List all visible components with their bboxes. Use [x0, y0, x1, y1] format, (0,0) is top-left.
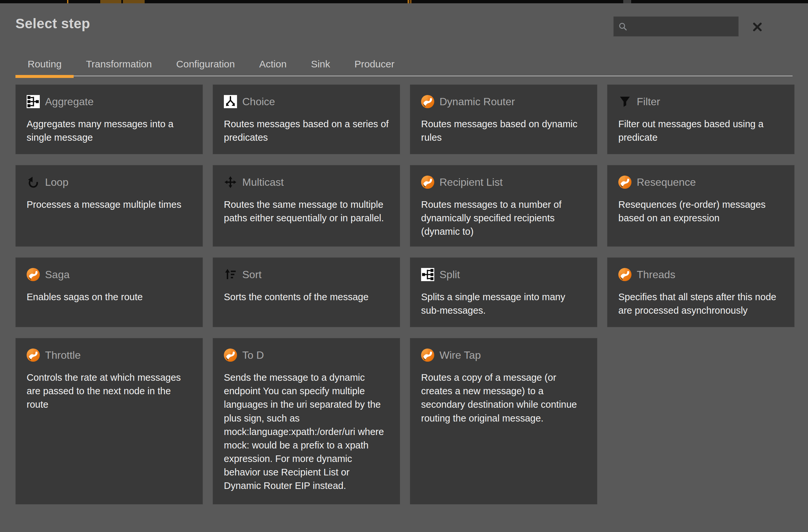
- step-title: Loop: [45, 176, 68, 188]
- step-description: Resequences (re-order) messages based on…: [618, 198, 783, 225]
- step-description: Sends the message to a dynamic endpoint …: [224, 371, 389, 493]
- step-card-header: Choice: [224, 94, 389, 109]
- step-card-filter[interactable]: Filter Filter out messages based using a…: [607, 85, 794, 154]
- background-app-strip: [0, 0, 808, 3]
- tab-bar: RoutingTransformationConfigurationAction…: [16, 52, 792, 76]
- step-description: Controls the rate at which messages are …: [26, 371, 191, 412]
- step-card-header: Multicast: [224, 175, 389, 189]
- step-card-header: Saga: [26, 267, 191, 282]
- step-description: Specifies that all steps after this node…: [618, 290, 783, 317]
- step-card-split[interactable]: Split Splits a single message into many …: [410, 257, 597, 327]
- step-card-recipient-list[interactable]: Recipient List Routes messages to a numb…: [410, 165, 597, 246]
- step-title: Threads: [637, 269, 675, 281]
- tab-sink[interactable]: Sink: [299, 52, 342, 76]
- step-card-multicast[interactable]: Multicast Routes the same message to mul…: [213, 165, 400, 246]
- step-card-to-d[interactable]: To D Sends the message to a dynamic endp…: [213, 338, 400, 505]
- dialog-title: Select step: [16, 16, 90, 32]
- step-description: Sorts the contents of the message: [224, 290, 389, 304]
- step-title: Recipient List: [440, 176, 502, 188]
- step-title: Choice: [242, 96, 275, 108]
- step-description: Routes a copy of a message (or creates a…: [421, 371, 586, 425]
- step-card-saga[interactable]: Saga Enables sagas on the route: [16, 257, 203, 327]
- step-description: Filter out messages based using a predic…: [618, 117, 783, 144]
- step-title: Filter: [637, 96, 660, 108]
- step-card-header: Throttle: [26, 348, 191, 362]
- camel-icon: [26, 349, 40, 362]
- step-description: Routes messages based on a series of pre…: [224, 117, 389, 144]
- step-card-wire-tap[interactable]: Wire Tap Routes a copy of a message (or …: [410, 338, 597, 505]
- filter-icon: [618, 95, 631, 108]
- search-icon: [618, 22, 627, 31]
- step-card-aggregate[interactable]: Aggregate Aggregates many messages into …: [16, 85, 203, 154]
- step-card-header: Aggregate: [26, 94, 191, 109]
- step-card-threads[interactable]: Threads Specifies that all steps after t…: [607, 257, 794, 327]
- loop-icon: [26, 176, 40, 189]
- step-title: Throttle: [45, 349, 80, 361]
- tab-transformation[interactable]: Transformation: [74, 52, 164, 76]
- step-title: Saga: [45, 269, 70, 281]
- step-description: Routes messages to a number of dynamical…: [421, 198, 586, 239]
- step-card-loop[interactable]: Loop Processes a message multiple times: [16, 165, 203, 246]
- step-card-header: Filter: [618, 94, 783, 109]
- step-title: Wire Tap: [440, 349, 481, 361]
- step-card-header: Loop: [26, 175, 191, 189]
- step-description: Enables sagas on the route: [26, 290, 191, 304]
- background-tab-fragment: [408, 0, 409, 3]
- choice-icon: [224, 95, 237, 108]
- step-card-sort[interactable]: Sort Sorts the contents of the message: [213, 257, 400, 327]
- camel-icon: [26, 268, 40, 281]
- step-card-throttle[interactable]: Throttle Controls the rate at which mess…: [16, 338, 203, 505]
- step-card-resequence[interactable]: Resequence Resequences (re-order) messag…: [607, 165, 794, 246]
- background-tab-fragment: [623, 0, 631, 3]
- background-tab-fragment: [409, 0, 411, 3]
- step-card-header: Dynamic Router: [421, 94, 586, 109]
- close-icon: [752, 22, 762, 32]
- background-tab-fragment: [67, 0, 68, 3]
- step-title: Aggregate: [45, 96, 94, 108]
- tab-action[interactable]: Action: [247, 52, 298, 76]
- tab-configuration[interactable]: Configuration: [164, 52, 247, 76]
- step-title: Resequence: [637, 176, 696, 188]
- aggregate-icon: [26, 95, 40, 108]
- camel-icon: [421, 95, 434, 108]
- step-card-grid: Aggregate Aggregates many messages into …: [16, 85, 794, 505]
- step-description: Processes a message multiple times: [26, 198, 191, 212]
- search-input[interactable]: [631, 16, 749, 37]
- close-button[interactable]: [749, 18, 766, 36]
- tab-producer[interactable]: Producer: [342, 52, 407, 76]
- step-title: Dynamic Router: [440, 96, 515, 108]
- camel-icon: [224, 349, 237, 362]
- camel-icon: [421, 176, 434, 189]
- step-title: Split: [440, 269, 460, 281]
- step-description: Aggregates many messages into a single m…: [26, 117, 191, 144]
- step-card-header: Threads: [618, 267, 783, 282]
- step-card-header: Wire Tap: [421, 348, 586, 362]
- step-title: To D: [242, 349, 264, 361]
- step-card-header: To D: [224, 348, 389, 362]
- step-title: Sort: [242, 269, 262, 281]
- step-card-header: Split: [421, 267, 586, 282]
- camel-icon: [618, 268, 631, 281]
- step-title: Multicast: [242, 176, 284, 188]
- sort-icon: [224, 268, 237, 281]
- step-card-header: Resequence: [618, 175, 783, 189]
- step-card-header: Recipient List: [421, 175, 586, 189]
- split-icon: [421, 268, 434, 281]
- tab-routing[interactable]: Routing: [16, 52, 74, 76]
- step-description: Routes messages based on dynamic rules: [421, 117, 586, 144]
- multicast-icon: [224, 176, 237, 189]
- background-tab-fragment: [123, 0, 145, 3]
- step-description: Routes the same message to multiple path…: [224, 198, 389, 225]
- step-card-header: Sort: [224, 267, 389, 282]
- step-card-dynamic-router[interactable]: Dynamic Router Routes messages based on …: [410, 85, 597, 154]
- camel-icon: [618, 176, 631, 189]
- step-card-choice[interactable]: Choice Routes messages based on a series…: [213, 85, 400, 154]
- camel-icon: [421, 349, 434, 362]
- search-box[interactable]: [613, 16, 739, 37]
- background-tab-fragment: [100, 0, 121, 3]
- step-description: Splits a single message into many sub-me…: [421, 290, 586, 317]
